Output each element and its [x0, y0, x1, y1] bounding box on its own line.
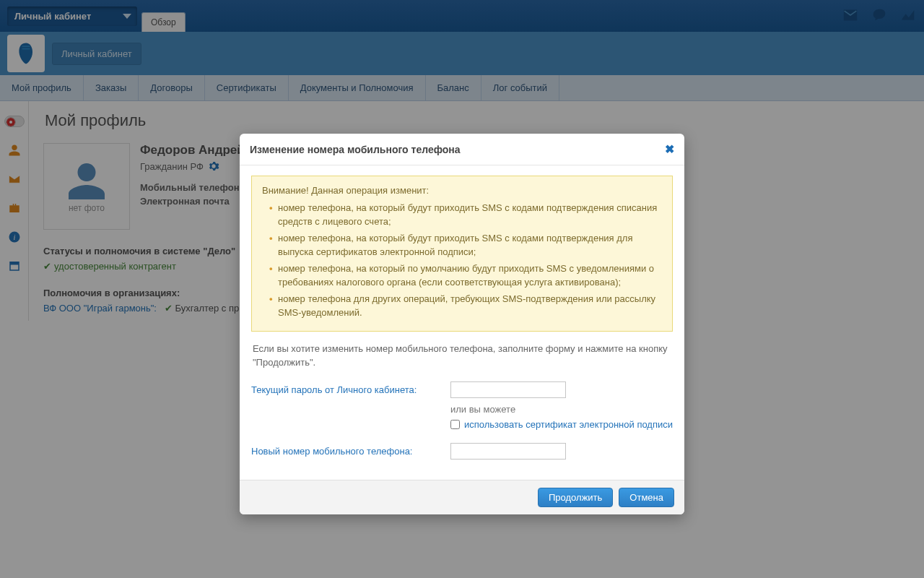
- password-input[interactable]: [450, 381, 566, 398]
- warning-item: номер телефона, на который будут приходи…: [269, 201, 662, 229]
- warning-heading: Внимание! Данная операция изменит:: [262, 184, 662, 198]
- cert-label[interactable]: использовать сертификат электронной подп…: [464, 419, 673, 430]
- continue-button[interactable]: Продолжить: [538, 488, 613, 507]
- cert-line: использовать сертификат электронной подп…: [450, 419, 673, 430]
- cancel-button[interactable]: Отмена: [619, 488, 674, 507]
- change-phone-modal: Изменение номера мобильного телефона ✖ В…: [240, 134, 684, 514]
- modal-title: Изменение номера мобильного телефона: [250, 144, 461, 155]
- new-phone-label: Новый номер мобильного телефона:: [251, 443, 450, 460]
- password-row: Текущий пароль от Личного кабинета: или …: [251, 381, 673, 430]
- modal-header: Изменение номера мобильного телефона ✖: [240, 134, 684, 165]
- password-label: Текущий пароль от Личного кабинета:: [251, 381, 450, 430]
- new-phone-input[interactable]: [450, 443, 566, 460]
- warning-item: номер телефона, на который будут приходи…: [269, 231, 662, 259]
- modal-footer: Продолжить Отмена: [240, 480, 684, 514]
- modal-body: Внимание! Данная операция изменит: номер…: [240, 165, 684, 480]
- password-field-wrap: или вы можете использовать сертификат эл…: [450, 381, 673, 430]
- new-phone-field-wrap: [450, 443, 566, 460]
- warning-box: Внимание! Данная операция изменит: номер…: [251, 176, 673, 332]
- new-phone-row: Новый номер мобильного телефона:: [251, 443, 673, 460]
- warning-list: номер телефона, на который будут приходи…: [262, 201, 662, 320]
- or-hint: или вы можете: [450, 404, 673, 415]
- close-icon[interactable]: ✖: [665, 142, 674, 156]
- modal-description: Если вы хотите изменить номер мобильного…: [253, 342, 671, 370]
- warning-item: номер телефона для других операций, треб…: [269, 292, 662, 320]
- cert-checkbox[interactable]: [450, 420, 460, 429]
- warning-item: номер телефона, на который по умолчанию …: [269, 262, 662, 290]
